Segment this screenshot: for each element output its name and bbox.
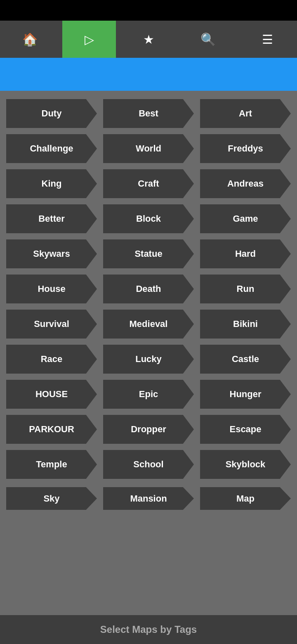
nav-tag[interactable]: ▷ bbox=[62, 21, 116, 58]
tag-btn-survival[interactable]: Survival bbox=[6, 310, 97, 339]
tag-btn-craft[interactable]: Craft bbox=[103, 169, 194, 198]
tag-btn-hard[interactable]: Hard bbox=[200, 239, 291, 268]
tag-btn-duty[interactable]: Duty bbox=[6, 99, 97, 128]
nav-menu[interactable]: ☰ bbox=[240, 21, 294, 58]
tag-btn-death[interactable]: Death bbox=[103, 275, 194, 303]
tag-btn-king[interactable]: King bbox=[6, 169, 97, 198]
tag-btn-freddys[interactable]: Freddys bbox=[200, 134, 291, 163]
partial-tags-row: SkyMansionMap bbox=[0, 487, 297, 514]
nav-favorites[interactable]: ★ bbox=[122, 21, 175, 58]
tag-btn-escape[interactable]: Escape bbox=[200, 415, 291, 444]
tag-btn-epic[interactable]: Epic bbox=[103, 380, 194, 409]
status-bar bbox=[0, 0, 297, 21]
tag-btn-game[interactable]: Game bbox=[200, 204, 291, 233]
tag-btn-bikini[interactable]: Bikini bbox=[200, 310, 291, 339]
tag-btn-skyblock[interactable]: Skyblock bbox=[200, 450, 291, 479]
tag-icon: ▷ bbox=[85, 32, 94, 47]
nav-search[interactable]: 🔍 bbox=[181, 21, 235, 58]
home-icon: 🏠 bbox=[22, 32, 38, 47]
bottom-bar: Select Maps by Tags bbox=[0, 615, 297, 644]
tag-btn-partial-map[interactable]: Map bbox=[200, 487, 291, 510]
tag-btn-statue[interactable]: Statue bbox=[103, 239, 194, 268]
tag-btn-world[interactable]: World bbox=[103, 134, 194, 163]
star-icon: ★ bbox=[143, 32, 154, 47]
tag-btn-race[interactable]: Race bbox=[6, 345, 97, 374]
tag-btn-challenge[interactable]: Challenge bbox=[6, 134, 97, 163]
tag-btn-dropper[interactable]: Dropper bbox=[103, 415, 194, 444]
tag-btn-house[interactable]: House bbox=[6, 275, 97, 303]
tag-btn-run[interactable]: Run bbox=[200, 275, 291, 303]
tag-btn-parkour[interactable]: PARKOUR bbox=[6, 415, 97, 444]
tag-btn-partial-mansion[interactable]: Mansion bbox=[103, 487, 194, 510]
tag-btn-lucky[interactable]: Lucky bbox=[103, 345, 194, 374]
tag-btn-temple[interactable]: Temple bbox=[6, 450, 97, 479]
tag-btn-better[interactable]: Better bbox=[6, 204, 97, 233]
nav-home[interactable]: 🏠 bbox=[3, 21, 57, 58]
tag-btn-hunger[interactable]: Hunger bbox=[200, 380, 291, 409]
tag-btn-best[interactable]: Best bbox=[103, 99, 194, 128]
tag-btn-andreas[interactable]: Andreas bbox=[200, 169, 291, 198]
nav-bar: 🏠 ▷ ★ 🔍 ☰ bbox=[0, 21, 297, 58]
tag-btn-block[interactable]: Block bbox=[103, 204, 194, 233]
tag-btn-partial-sky[interactable]: Sky bbox=[6, 487, 97, 510]
tag-btn-house[interactable]: HOUSE bbox=[6, 380, 97, 409]
tag-btn-school[interactable]: School bbox=[103, 450, 194, 479]
header-bar bbox=[0, 58, 297, 91]
tag-btn-art[interactable]: Art bbox=[200, 99, 291, 128]
tags-container: DutyBestArtChallengeWorldFreddysKingCraf… bbox=[0, 91, 297, 487]
tag-btn-skywars[interactable]: Skywars bbox=[6, 239, 97, 268]
search-icon: 🔍 bbox=[200, 32, 216, 47]
tag-btn-castle[interactable]: Castle bbox=[200, 345, 291, 374]
tag-btn-medieval[interactable]: Medieval bbox=[103, 310, 194, 339]
menu-icon: ☰ bbox=[262, 32, 273, 47]
bottom-bar-label: Select Maps by Tags bbox=[100, 624, 197, 635]
